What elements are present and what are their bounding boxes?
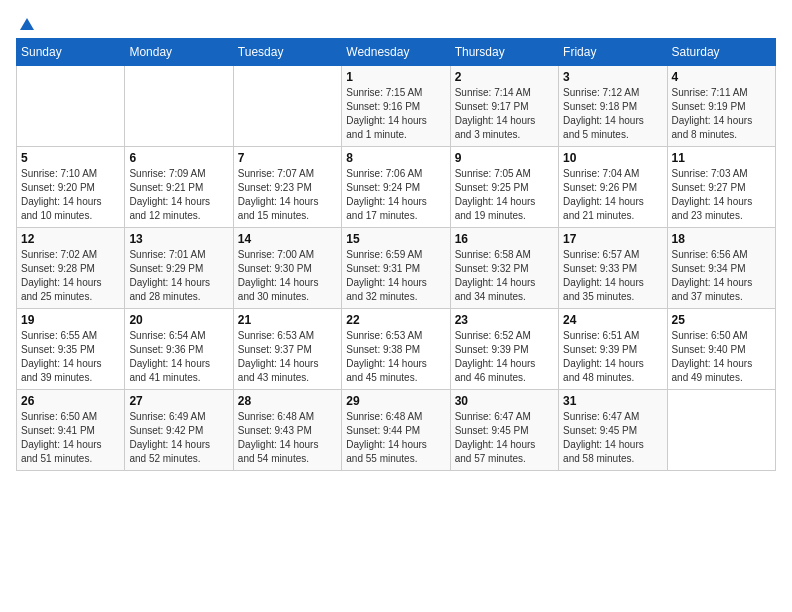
day-number: 8 [346, 151, 445, 165]
calendar-cell: 1Sunrise: 7:15 AM Sunset: 9:16 PM Daylig… [342, 66, 450, 147]
day-number: 26 [21, 394, 120, 408]
calendar-cell: 7Sunrise: 7:07 AM Sunset: 9:23 PM Daylig… [233, 147, 341, 228]
day-number: 10 [563, 151, 662, 165]
day-number: 30 [455, 394, 554, 408]
column-header-wednesday: Wednesday [342, 39, 450, 66]
day-info: Sunrise: 6:58 AM Sunset: 9:32 PM Dayligh… [455, 248, 554, 304]
calendar-cell: 29Sunrise: 6:48 AM Sunset: 9:44 PM Dayli… [342, 390, 450, 471]
calendar-cell: 3Sunrise: 7:12 AM Sunset: 9:18 PM Daylig… [559, 66, 667, 147]
calendar-cell: 31Sunrise: 6:47 AM Sunset: 9:45 PM Dayli… [559, 390, 667, 471]
day-info: Sunrise: 6:51 AM Sunset: 9:39 PM Dayligh… [563, 329, 662, 385]
day-number: 5 [21, 151, 120, 165]
calendar-body: 1Sunrise: 7:15 AM Sunset: 9:16 PM Daylig… [17, 66, 776, 471]
day-info: Sunrise: 7:11 AM Sunset: 9:19 PM Dayligh… [672, 86, 771, 142]
calendar-cell: 28Sunrise: 6:48 AM Sunset: 9:43 PM Dayli… [233, 390, 341, 471]
day-info: Sunrise: 7:10 AM Sunset: 9:20 PM Dayligh… [21, 167, 120, 223]
day-info: Sunrise: 7:02 AM Sunset: 9:28 PM Dayligh… [21, 248, 120, 304]
day-number: 24 [563, 313, 662, 327]
day-info: Sunrise: 6:55 AM Sunset: 9:35 PM Dayligh… [21, 329, 120, 385]
calendar-cell: 19Sunrise: 6:55 AM Sunset: 9:35 PM Dayli… [17, 309, 125, 390]
day-info: Sunrise: 6:54 AM Sunset: 9:36 PM Dayligh… [129, 329, 228, 385]
day-info: Sunrise: 7:15 AM Sunset: 9:16 PM Dayligh… [346, 86, 445, 142]
day-number: 9 [455, 151, 554, 165]
day-info: Sunrise: 6:53 AM Sunset: 9:37 PM Dayligh… [238, 329, 337, 385]
column-header-tuesday: Tuesday [233, 39, 341, 66]
day-number: 18 [672, 232, 771, 246]
day-info: Sunrise: 7:05 AM Sunset: 9:25 PM Dayligh… [455, 167, 554, 223]
day-info: Sunrise: 7:12 AM Sunset: 9:18 PM Dayligh… [563, 86, 662, 142]
column-header-thursday: Thursday [450, 39, 558, 66]
calendar-cell: 30Sunrise: 6:47 AM Sunset: 9:45 PM Dayli… [450, 390, 558, 471]
column-header-friday: Friday [559, 39, 667, 66]
calendar-cell: 5Sunrise: 7:10 AM Sunset: 9:20 PM Daylig… [17, 147, 125, 228]
column-header-monday: Monday [125, 39, 233, 66]
day-number: 6 [129, 151, 228, 165]
day-number: 14 [238, 232, 337, 246]
calendar-cell: 8Sunrise: 7:06 AM Sunset: 9:24 PM Daylig… [342, 147, 450, 228]
svg-marker-0 [20, 18, 34, 30]
day-number: 31 [563, 394, 662, 408]
day-info: Sunrise: 7:06 AM Sunset: 9:24 PM Dayligh… [346, 167, 445, 223]
calendar-cell [667, 390, 775, 471]
day-number: 4 [672, 70, 771, 84]
day-number: 23 [455, 313, 554, 327]
day-number: 13 [129, 232, 228, 246]
calendar-cell: 15Sunrise: 6:59 AM Sunset: 9:31 PM Dayli… [342, 228, 450, 309]
calendar-week-row: 5Sunrise: 7:10 AM Sunset: 9:20 PM Daylig… [17, 147, 776, 228]
day-info: Sunrise: 6:59 AM Sunset: 9:31 PM Dayligh… [346, 248, 445, 304]
day-number: 1 [346, 70, 445, 84]
calendar-cell: 26Sunrise: 6:50 AM Sunset: 9:41 PM Dayli… [17, 390, 125, 471]
calendar-table: SundayMondayTuesdayWednesdayThursdayFrid… [16, 38, 776, 471]
calendar-cell: 11Sunrise: 7:03 AM Sunset: 9:27 PM Dayli… [667, 147, 775, 228]
day-number: 2 [455, 70, 554, 84]
day-info: Sunrise: 7:03 AM Sunset: 9:27 PM Dayligh… [672, 167, 771, 223]
day-info: Sunrise: 6:53 AM Sunset: 9:38 PM Dayligh… [346, 329, 445, 385]
day-info: Sunrise: 7:00 AM Sunset: 9:30 PM Dayligh… [238, 248, 337, 304]
day-info: Sunrise: 6:49 AM Sunset: 9:42 PM Dayligh… [129, 410, 228, 466]
day-info: Sunrise: 6:56 AM Sunset: 9:34 PM Dayligh… [672, 248, 771, 304]
day-info: Sunrise: 7:01 AM Sunset: 9:29 PM Dayligh… [129, 248, 228, 304]
day-number: 11 [672, 151, 771, 165]
calendar-cell: 24Sunrise: 6:51 AM Sunset: 9:39 PM Dayli… [559, 309, 667, 390]
calendar-cell: 10Sunrise: 7:04 AM Sunset: 9:26 PM Dayli… [559, 147, 667, 228]
day-info: Sunrise: 6:47 AM Sunset: 9:45 PM Dayligh… [455, 410, 554, 466]
calendar-cell: 27Sunrise: 6:49 AM Sunset: 9:42 PM Dayli… [125, 390, 233, 471]
day-info: Sunrise: 6:50 AM Sunset: 9:40 PM Dayligh… [672, 329, 771, 385]
day-info: Sunrise: 7:09 AM Sunset: 9:21 PM Dayligh… [129, 167, 228, 223]
day-number: 7 [238, 151, 337, 165]
day-info: Sunrise: 6:48 AM Sunset: 9:44 PM Dayligh… [346, 410, 445, 466]
day-info: Sunrise: 7:04 AM Sunset: 9:26 PM Dayligh… [563, 167, 662, 223]
calendar-cell: 16Sunrise: 6:58 AM Sunset: 9:32 PM Dayli… [450, 228, 558, 309]
page-header [16, 16, 776, 30]
calendar-cell: 4Sunrise: 7:11 AM Sunset: 9:19 PM Daylig… [667, 66, 775, 147]
day-number: 28 [238, 394, 337, 408]
calendar-cell: 12Sunrise: 7:02 AM Sunset: 9:28 PM Dayli… [17, 228, 125, 309]
calendar-cell: 17Sunrise: 6:57 AM Sunset: 9:33 PM Dayli… [559, 228, 667, 309]
calendar-cell: 13Sunrise: 7:01 AM Sunset: 9:29 PM Dayli… [125, 228, 233, 309]
calendar-week-row: 19Sunrise: 6:55 AM Sunset: 9:35 PM Dayli… [17, 309, 776, 390]
day-number: 27 [129, 394, 228, 408]
day-number: 19 [21, 313, 120, 327]
calendar-cell: 2Sunrise: 7:14 AM Sunset: 9:17 PM Daylig… [450, 66, 558, 147]
column-header-sunday: Sunday [17, 39, 125, 66]
day-number: 20 [129, 313, 228, 327]
calendar-header-row: SundayMondayTuesdayWednesdayThursdayFrid… [17, 39, 776, 66]
day-info: Sunrise: 6:52 AM Sunset: 9:39 PM Dayligh… [455, 329, 554, 385]
logo [16, 16, 36, 30]
calendar-cell [233, 66, 341, 147]
calendar-cell: 9Sunrise: 7:05 AM Sunset: 9:25 PM Daylig… [450, 147, 558, 228]
calendar-cell: 21Sunrise: 6:53 AM Sunset: 9:37 PM Dayli… [233, 309, 341, 390]
day-number: 21 [238, 313, 337, 327]
calendar-cell: 14Sunrise: 7:00 AM Sunset: 9:30 PM Dayli… [233, 228, 341, 309]
day-info: Sunrise: 7:14 AM Sunset: 9:17 PM Dayligh… [455, 86, 554, 142]
day-number: 15 [346, 232, 445, 246]
calendar-cell: 23Sunrise: 6:52 AM Sunset: 9:39 PM Dayli… [450, 309, 558, 390]
calendar-cell: 20Sunrise: 6:54 AM Sunset: 9:36 PM Dayli… [125, 309, 233, 390]
day-info: Sunrise: 6:47 AM Sunset: 9:45 PM Dayligh… [563, 410, 662, 466]
calendar-cell: 18Sunrise: 6:56 AM Sunset: 9:34 PM Dayli… [667, 228, 775, 309]
calendar-cell: 6Sunrise: 7:09 AM Sunset: 9:21 PM Daylig… [125, 147, 233, 228]
day-info: Sunrise: 7:07 AM Sunset: 9:23 PM Dayligh… [238, 167, 337, 223]
day-number: 16 [455, 232, 554, 246]
day-number: 12 [21, 232, 120, 246]
day-info: Sunrise: 6:48 AM Sunset: 9:43 PM Dayligh… [238, 410, 337, 466]
